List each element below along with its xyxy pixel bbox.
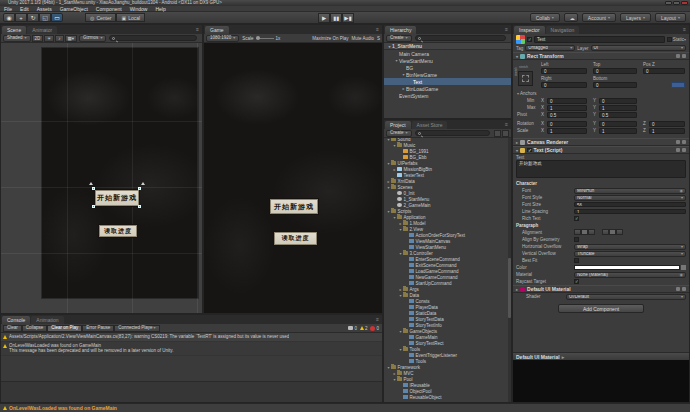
gear-icon[interactable] <box>682 148 686 152</box>
scene-btn-new-game[interactable]: 开始新游戏 <box>94 189 140 207</box>
pane-menu-icon[interactable]: ≡ <box>505 27 508 32</box>
rotation-x-field[interactable]: 0 <box>547 121 587 127</box>
rotation-z-field[interactable]: 0 <box>649 121 685 127</box>
menu-file[interactable]: File <box>0 6 16 12</box>
hierarchy-item-text[interactable]: Text <box>384 78 511 85</box>
align-bottom-button[interactable] <box>616 229 623 235</box>
2d-toggle-button[interactable]: 2D <box>32 35 44 42</box>
top-field[interactable]: 0 <box>593 68 637 74</box>
scene-viewport[interactable]: 开始新游戏 读取进度 <box>1 43 202 313</box>
rotation-y-field[interactable]: 0 <box>599 121 637 127</box>
game-viewport[interactable]: 开始新游戏 读取进度 <box>204 43 382 313</box>
help-icon[interactable] <box>676 54 680 58</box>
mute-audio-button[interactable]: Mute Audio <box>351 36 374 41</box>
status-bar[interactable]: OnLevelWasLoaded was found on GameMain <box>0 403 690 412</box>
rect-handle[interactable] <box>92 187 95 190</box>
hand-tool-button[interactable]: ◉ <box>3 13 15 22</box>
project-search-input[interactable] <box>415 130 490 136</box>
canvas-renderer-header[interactable]: ▸ Canvas Renderer <box>513 138 689 146</box>
right-field[interactable]: 0 <box>541 82 587 88</box>
search-by-label-icon[interactable] <box>502 130 509 137</box>
best-fit-checkbox[interactable] <box>574 258 579 263</box>
font-field[interactable]: MiNiHun◉ <box>574 188 686 194</box>
tab-navigation[interactable]: Navigation <box>546 26 580 34</box>
hierarchy-item-btnnewgame[interactable]: ▾BtnNewGame <box>384 71 511 78</box>
scene-search-input[interactable] <box>109 35 197 41</box>
blueprint-mode-button[interactable] <box>671 82 685 88</box>
scale-y-field[interactable]: 1 <box>599 128 637 134</box>
menu-assets[interactable]: Assets <box>33 6 56 12</box>
tab-scene[interactable]: Scene <box>2 26 26 34</box>
hierarchy-item-viewstartmenu[interactable]: ▾ViewStartMenu <box>384 57 511 64</box>
hierarchy-item-btnloadgame[interactable]: ▸BtnLoadGame <box>384 85 511 92</box>
rect-tool-button[interactable]: ▭ <box>51 13 63 22</box>
minimize-button[interactable] <box>665 1 672 5</box>
pane-menu-icon[interactable]: ≡ <box>376 27 379 32</box>
pivot-y-field[interactable]: 0.5 <box>599 112 637 118</box>
align-top-button[interactable] <box>602 229 609 235</box>
foldout-arrow-icon[interactable]: ▸ <box>516 140 518 145</box>
warning-count-badge[interactable]: 2 <box>360 326 368 331</box>
game-btn-new-game[interactable]: 开始新游戏 <box>269 198 319 215</box>
effects-dropdown-icon[interactable]: ▦▾ <box>65 35 78 42</box>
help-icon[interactable] <box>676 140 680 144</box>
tab-asset-store[interactable]: Asset Store <box>412 121 448 129</box>
help-icon[interactable] <box>676 287 680 291</box>
max-y-field[interactable]: 1 <box>599 105 637 111</box>
foldout-arrow-icon[interactable]: ▾ <box>516 54 518 59</box>
foldout-arrow-icon[interactable]: ▾ <box>517 91 519 96</box>
project-item-reusableobject[interactable]: ReusableObject <box>384 394 508 400</box>
gizmos-dropdown[interactable]: Gizmos▾ <box>79 35 106 42</box>
align-center-button[interactable] <box>581 229 588 235</box>
tab-animation[interactable]: Animation <box>31 316 63 324</box>
hierarchy-item-1-startmenu[interactable]: ▾1_StartMenu <box>384 43 511 50</box>
error-count-badge[interactable]: 0 <box>370 326 379 331</box>
search-by-type-icon[interactable] <box>494 130 501 137</box>
menu-help[interactable]: Help <box>151 6 169 12</box>
cloud-button[interactable]: ☁ <box>564 13 578 22</box>
console-collapse-button[interactable]: Collapse <box>22 325 48 332</box>
lighting-toggle-icon[interactable]: ☀ <box>44 35 54 42</box>
tab-animator[interactable]: Animator <box>27 26 57 34</box>
default-material-header[interactable]: ▸ Default UI Material <box>513 285 689 293</box>
move-tool-button[interactable]: + <box>15 13 27 22</box>
hierarchy-search-input[interactable] <box>415 35 506 41</box>
pivot-x-field[interactable]: 0.5 <box>547 112 587 118</box>
left-field[interactable]: 0 <box>541 68 587 74</box>
menu-edit[interactable]: Edit <box>16 6 33 12</box>
line-spacing-field[interactable]: 1 <box>574 209 686 215</box>
menu-window[interactable]: Window <box>126 6 152 12</box>
console-error-pause-button[interactable]: Error Pause <box>82 325 114 332</box>
gear-icon[interactable] <box>682 140 686 144</box>
close-button[interactable] <box>681 1 688 5</box>
scale-z-field[interactable]: 1 <box>649 128 685 134</box>
scale-slider[interactable] <box>256 38 274 39</box>
console-connected-playe-button[interactable]: Connected Playe▾ <box>114 325 159 332</box>
scene-btn-load-game[interactable]: 读取进度 <box>98 224 138 238</box>
menu-component[interactable]: Component <box>92 6 126 12</box>
console-message[interactable]: OnLevelWasLoaded was found on GameMainTh… <box>1 342 382 356</box>
layout-button[interactable]: Layout▾ <box>655 13 686 22</box>
foldout-arrow-icon[interactable]: ▾ <box>516 148 518 153</box>
layer-dropdown[interactable]: UI▾ <box>591 45 686 51</box>
layers-button[interactable]: Layers▾ <box>620 13 651 22</box>
gear-icon[interactable] <box>682 54 686 58</box>
anchor-preset-button[interactable] <box>518 71 533 86</box>
tab-hierarchy[interactable]: Hierarchy <box>385 26 416 34</box>
console-clear-button[interactable]: Clear <box>3 325 22 332</box>
rect-handle[interactable] <box>138 187 141 190</box>
align-right-button[interactable] <box>588 229 595 235</box>
account-button[interactable]: Account▾ <box>582 13 616 22</box>
max-x-field[interactable]: 1 <box>547 105 587 111</box>
shading-mode-dropdown[interactable]: Shaded▾ <box>3 35 31 42</box>
log-count-badge[interactable]: 0 <box>348 326 357 331</box>
horizontal-overflow-dropdown[interactable]: Wrap▾ <box>574 244 686 250</box>
pivot-center-button[interactable]: ◎Center <box>85 13 116 22</box>
scene-canvas[interactable] <box>41 47 199 299</box>
audio-toggle-icon[interactable]: ♪ <box>55 35 63 42</box>
collab-button[interactable]: Collab▾ <box>530 13 560 22</box>
align-middle-button[interactable] <box>609 229 616 235</box>
scale-tool-button[interactable]: ◱ <box>39 13 51 22</box>
maximize-on-play-button[interactable]: Maximize On Play <box>312 36 348 41</box>
hierarchy-item-main-camera[interactable]: Main Camera <box>384 50 511 57</box>
